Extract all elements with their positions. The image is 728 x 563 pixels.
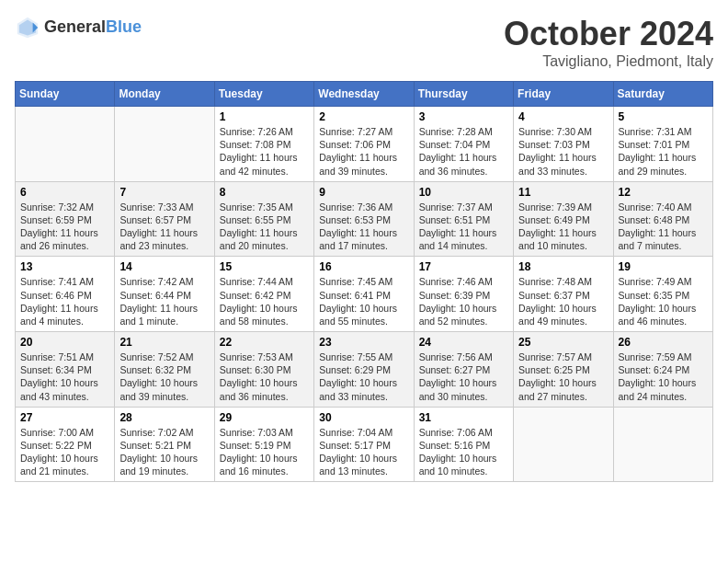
weekday-header-thursday: Thursday bbox=[414, 82, 513, 107]
calendar-cell: 28Sunrise: 7:02 AMSunset: 5:21 PMDayligh… bbox=[115, 407, 214, 482]
calendar-cell: 14Sunrise: 7:42 AMSunset: 6:44 PMDayligh… bbox=[115, 257, 214, 332]
calendar-table: SundayMondayTuesdayWednesdayThursdayFrid… bbox=[15, 81, 713, 482]
day-number: 23 bbox=[319, 336, 408, 349]
weekday-header-wednesday: Wednesday bbox=[314, 82, 414, 107]
page-header: GeneralBlue October 2024 Tavigliano, Pie… bbox=[15, 15, 713, 70]
day-number: 5 bbox=[619, 110, 708, 123]
cell-content: Sunrise: 7:06 AMSunset: 5:16 PMDaylight:… bbox=[419, 426, 508, 478]
calendar-cell: 6Sunrise: 7:32 AMSunset: 6:59 PMDaylight… bbox=[16, 181, 115, 257]
calendar-cell: 23Sunrise: 7:55 AMSunset: 6:29 PMDayligh… bbox=[314, 332, 414, 408]
day-number: 19 bbox=[619, 260, 708, 273]
cell-content: Sunrise: 7:04 AMSunset: 5:17 PMDaylight:… bbox=[319, 426, 408, 478]
calendar-cell bbox=[115, 107, 214, 182]
calendar-cell: 1Sunrise: 7:26 AMSunset: 7:08 PMDaylight… bbox=[214, 107, 313, 182]
calendar-cell: 10Sunrise: 7:37 AMSunset: 6:51 PMDayligh… bbox=[414, 181, 513, 257]
cell-content: Sunrise: 7:40 AMSunset: 6:48 PMDaylight:… bbox=[619, 201, 708, 253]
cell-content: Sunrise: 7:36 AMSunset: 6:53 PMDaylight:… bbox=[319, 201, 408, 253]
cell-content: Sunrise: 7:52 AMSunset: 6:32 PMDaylight:… bbox=[119, 350, 209, 403]
day-number: 31 bbox=[419, 411, 508, 424]
calendar-cell: 9Sunrise: 7:36 AMSunset: 6:53 PMDaylight… bbox=[314, 181, 414, 257]
cell-content: Sunrise: 7:49 AMSunset: 6:35 PMDaylight:… bbox=[619, 275, 708, 327]
day-number: 8 bbox=[220, 186, 309, 199]
calendar-cell: 11Sunrise: 7:39 AMSunset: 6:49 PMDayligh… bbox=[514, 181, 613, 257]
weekday-header-row: SundayMondayTuesdayWednesdayThursdayFrid… bbox=[16, 82, 713, 107]
calendar-cell: 2Sunrise: 7:27 AMSunset: 7:06 PMDaylight… bbox=[314, 107, 414, 182]
cell-content: Sunrise: 7:56 AMSunset: 6:27 PMDaylight:… bbox=[419, 350, 508, 403]
cell-content: Sunrise: 7:26 AMSunset: 7:08 PMDaylight:… bbox=[220, 125, 309, 178]
cell-content: Sunrise: 7:46 AMSunset: 6:39 PMDaylight:… bbox=[419, 275, 508, 327]
logo-general: GeneralBlue bbox=[44, 18, 142, 37]
day-number: 15 bbox=[220, 260, 309, 273]
calendar-cell: 16Sunrise: 7:45 AMSunset: 6:41 PMDayligh… bbox=[314, 257, 414, 332]
calendar-cell: 4Sunrise: 7:30 AMSunset: 7:03 PMDaylight… bbox=[514, 107, 613, 182]
day-number: 17 bbox=[419, 260, 508, 273]
logo-text-block: GeneralBlue bbox=[44, 18, 142, 37]
cell-content: Sunrise: 7:33 AMSunset: 6:57 PMDaylight:… bbox=[119, 201, 209, 253]
calendar-cell bbox=[514, 407, 613, 482]
cell-content: Sunrise: 7:42 AMSunset: 6:44 PMDaylight:… bbox=[119, 275, 209, 327]
calendar-cell: 19Sunrise: 7:49 AMSunset: 6:35 PMDayligh… bbox=[613, 257, 712, 332]
cell-content: Sunrise: 7:55 AMSunset: 6:29 PMDaylight:… bbox=[319, 350, 408, 403]
cell-content: Sunrise: 7:41 AMSunset: 6:46 PMDaylight:… bbox=[20, 275, 109, 327]
calendar-cell: 12Sunrise: 7:40 AMSunset: 6:48 PMDayligh… bbox=[613, 181, 712, 257]
day-number: 29 bbox=[220, 411, 309, 424]
calendar-cell bbox=[16, 107, 115, 182]
cell-content: Sunrise: 7:37 AMSunset: 6:51 PMDaylight:… bbox=[419, 201, 508, 253]
calendar-week-row: 13Sunrise: 7:41 AMSunset: 6:46 PMDayligh… bbox=[16, 257, 713, 332]
day-number: 26 bbox=[619, 336, 708, 349]
weekday-header-saturday: Saturday bbox=[613, 82, 712, 107]
day-number: 22 bbox=[220, 336, 309, 349]
day-number: 10 bbox=[419, 186, 508, 199]
day-number: 4 bbox=[518, 110, 608, 123]
location-title: Tavigliano, Piedmont, Italy bbox=[504, 53, 713, 70]
calendar-cell: 27Sunrise: 7:00 AMSunset: 5:22 PMDayligh… bbox=[16, 407, 115, 482]
day-number: 27 bbox=[20, 411, 109, 424]
cell-content: Sunrise: 7:35 AMSunset: 6:55 PMDaylight:… bbox=[220, 201, 309, 253]
calendar-cell: 25Sunrise: 7:57 AMSunset: 6:25 PMDayligh… bbox=[514, 332, 613, 408]
day-number: 2 bbox=[319, 110, 408, 123]
cell-content: Sunrise: 7:32 AMSunset: 6:59 PMDaylight:… bbox=[20, 201, 109, 253]
day-number: 18 bbox=[518, 260, 608, 273]
day-number: 28 bbox=[119, 411, 209, 424]
calendar-cell: 7Sunrise: 7:33 AMSunset: 6:57 PMDaylight… bbox=[115, 181, 214, 257]
day-number: 30 bbox=[319, 411, 408, 424]
cell-content: Sunrise: 7:39 AMSunset: 6:49 PMDaylight:… bbox=[518, 201, 608, 253]
weekday-header-tuesday: Tuesday bbox=[214, 82, 313, 107]
calendar-week-row: 6Sunrise: 7:32 AMSunset: 6:59 PMDaylight… bbox=[16, 181, 713, 257]
day-number: 16 bbox=[319, 260, 408, 273]
calendar-cell: 24Sunrise: 7:56 AMSunset: 6:27 PMDayligh… bbox=[414, 332, 513, 408]
cell-content: Sunrise: 7:45 AMSunset: 6:41 PMDaylight:… bbox=[319, 275, 408, 327]
day-number: 1 bbox=[220, 110, 309, 123]
calendar-week-row: 27Sunrise: 7:00 AMSunset: 5:22 PMDayligh… bbox=[16, 407, 713, 482]
cell-content: Sunrise: 7:28 AMSunset: 7:04 PMDaylight:… bbox=[419, 125, 508, 178]
cell-content: Sunrise: 7:44 AMSunset: 6:42 PMDaylight:… bbox=[220, 275, 309, 327]
day-number: 3 bbox=[419, 110, 508, 123]
day-number: 24 bbox=[419, 336, 508, 349]
day-number: 13 bbox=[20, 260, 109, 273]
cell-content: Sunrise: 7:02 AMSunset: 5:21 PMDaylight:… bbox=[119, 426, 209, 478]
day-number: 25 bbox=[518, 336, 608, 349]
calendar-cell: 3Sunrise: 7:28 AMSunset: 7:04 PMDaylight… bbox=[414, 107, 513, 182]
day-number: 7 bbox=[119, 186, 209, 199]
cell-content: Sunrise: 7:27 AMSunset: 7:06 PMDaylight:… bbox=[319, 125, 408, 178]
cell-content: Sunrise: 7:48 AMSunset: 6:37 PMDaylight:… bbox=[518, 275, 608, 327]
cell-content: Sunrise: 7:53 AMSunset: 6:30 PMDaylight:… bbox=[220, 350, 309, 403]
cell-content: Sunrise: 7:57 AMSunset: 6:25 PMDaylight:… bbox=[518, 350, 608, 403]
day-number: 21 bbox=[119, 336, 209, 349]
calendar-cell: 22Sunrise: 7:53 AMSunset: 6:30 PMDayligh… bbox=[214, 332, 313, 408]
calendar-week-row: 1Sunrise: 7:26 AMSunset: 7:08 PMDaylight… bbox=[16, 107, 713, 182]
calendar-cell: 30Sunrise: 7:04 AMSunset: 5:17 PMDayligh… bbox=[314, 407, 414, 482]
calendar-cell: 21Sunrise: 7:52 AMSunset: 6:32 PMDayligh… bbox=[115, 332, 214, 408]
cell-content: Sunrise: 7:31 AMSunset: 7:01 PMDaylight:… bbox=[619, 125, 708, 178]
calendar-week-row: 20Sunrise: 7:51 AMSunset: 6:34 PMDayligh… bbox=[16, 332, 713, 408]
cell-content: Sunrise: 7:30 AMSunset: 7:03 PMDaylight:… bbox=[518, 125, 608, 178]
calendar-cell: 13Sunrise: 7:41 AMSunset: 6:46 PMDayligh… bbox=[16, 257, 115, 332]
calendar-cell: 20Sunrise: 7:51 AMSunset: 6:34 PMDayligh… bbox=[16, 332, 115, 408]
logo-icon bbox=[15, 15, 40, 40]
calendar-cell: 18Sunrise: 7:48 AMSunset: 6:37 PMDayligh… bbox=[514, 257, 613, 332]
calendar-cell: 8Sunrise: 7:35 AMSunset: 6:55 PMDaylight… bbox=[214, 181, 313, 257]
cell-content: Sunrise: 7:03 AMSunset: 5:19 PMDaylight:… bbox=[220, 426, 309, 478]
day-number: 20 bbox=[20, 336, 109, 349]
weekday-header-monday: Monday bbox=[115, 82, 214, 107]
day-number: 14 bbox=[119, 260, 209, 273]
